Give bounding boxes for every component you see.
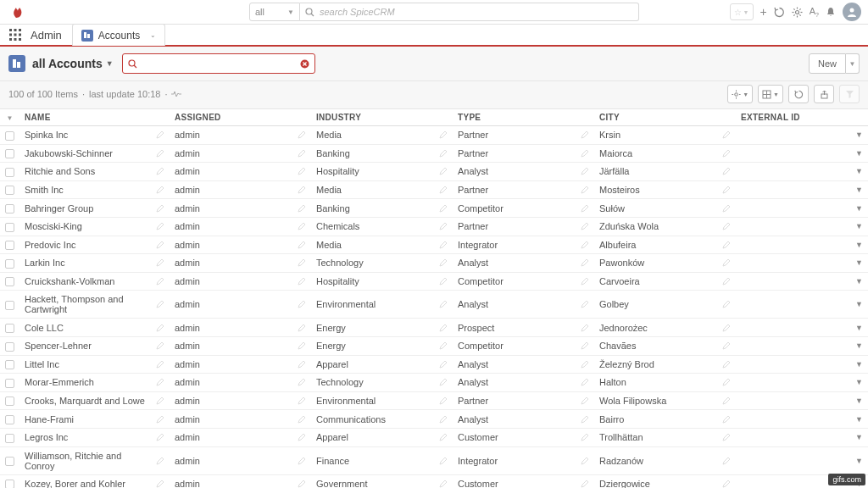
settings-button[interactable]: ▼: [727, 85, 753, 103]
row-menu-button[interactable]: ▼: [850, 144, 868, 163]
edit-icon[interactable]: [576, 144, 594, 163]
edit-icon[interactable]: [292, 272, 311, 291]
new-button-dropdown[interactable]: ▼: [846, 53, 860, 74]
edit-icon[interactable]: [292, 374, 311, 392]
row-menu-button[interactable]: ▼: [850, 180, 868, 199]
row-menu-button[interactable]: ▼: [850, 374, 868, 392]
cell-name[interactable]: Kozey, Borer and Kohler: [19, 474, 151, 488]
chevron-down-icon[interactable]: ▼: [6, 114, 14, 122]
row-checkbox[interactable]: [5, 241, 14, 250]
table-row[interactable]: Ritchie and SonsadminHospitalityAnalystJ…: [0, 163, 868, 181]
edit-icon[interactable]: [151, 144, 170, 163]
search-scope-select[interactable]: all ▼: [249, 3, 300, 21]
edit-icon[interactable]: [151, 272, 170, 291]
edit-icon[interactable]: [576, 163, 594, 181]
row-checkbox[interactable]: [5, 360, 14, 369]
edit-icon[interactable]: [151, 374, 170, 392]
edit-icon[interactable]: [717, 410, 736, 429]
reload-button[interactable]: [788, 85, 809, 103]
edit-icon[interactable]: [292, 428, 311, 446]
cell-name[interactable]: Morar-Emmerich: [19, 374, 151, 392]
row-checkbox[interactable]: [5, 396, 14, 406]
edit-icon[interactable]: [292, 336, 311, 355]
cell-name[interactable]: Cole LLC: [19, 319, 151, 337]
edit-icon[interactable]: [717, 336, 736, 355]
table-row[interactable]: Mosciski-KingadminChemicalsPartnerZduńsk…: [0, 217, 868, 236]
column-header-assigned[interactable]: ASSIGNED: [170, 109, 292, 126]
edit-icon[interactable]: [434, 126, 453, 145]
edit-icon[interactable]: [576, 236, 594, 254]
edit-icon[interactable]: [717, 217, 736, 236]
edit-icon[interactable]: [717, 291, 736, 319]
cell-name[interactable]: Spencer-Lehner: [19, 336, 151, 355]
edit-icon[interactable]: [151, 291, 170, 319]
list-search-input[interactable]: [142, 58, 300, 69]
row-menu-button[interactable]: ▼: [850, 126, 868, 145]
table-row[interactable]: Williamson, Ritchie and ConroyadminFinan…: [0, 446, 868, 474]
edit-icon[interactable]: [292, 319, 311, 337]
row-menu-button[interactable]: ▼: [850, 355, 868, 374]
display-button[interactable]: ▼: [758, 85, 783, 103]
row-menu-button[interactable]: ▼: [850, 428, 868, 446]
edit-icon[interactable]: [434, 319, 453, 337]
edit-icon[interactable]: [292, 126, 311, 145]
row-menu-button[interactable]: ▼: [850, 272, 868, 291]
row-checkbox[interactable]: [5, 204, 14, 214]
filter-button[interactable]: [839, 85, 860, 103]
edit-icon[interactable]: [434, 180, 453, 199]
cell-name[interactable]: Predovic Inc: [19, 236, 151, 254]
refresh-icon[interactable]: [774, 7, 785, 18]
edit-icon[interactable]: [151, 391, 170, 410]
add-icon[interactable]: +: [760, 5, 767, 19]
edit-icon[interactable]: [434, 254, 453, 273]
row-checkbox[interactable]: [5, 301, 14, 310]
row-checkbox[interactable]: [5, 342, 14, 352]
edit-icon[interactable]: [151, 126, 170, 145]
edit-icon[interactable]: [576, 410, 594, 429]
table-row[interactable]: Morar-EmmerichadminTechnologyAnalystHalt…: [0, 374, 868, 392]
edit-icon[interactable]: [434, 236, 453, 254]
edit-icon[interactable]: [434, 410, 453, 429]
export-button[interactable]: [814, 85, 834, 103]
row-menu-button[interactable]: ▼: [850, 410, 868, 429]
row-checkbox[interactable]: [5, 186, 14, 195]
row-menu-button[interactable]: ▼: [850, 291, 868, 319]
edit-icon[interactable]: [434, 355, 453, 374]
table-row[interactable]: Smith IncadminMediaPartnerMosteiros▼: [0, 180, 868, 199]
table-row[interactable]: Hackett, Thompson and CartwrightadminEnv…: [0, 291, 868, 319]
row-menu-button[interactable]: ▼: [850, 336, 868, 355]
clear-icon[interactable]: [300, 59, 309, 69]
edit-icon[interactable]: [717, 355, 736, 374]
edit-icon[interactable]: [576, 272, 594, 291]
table-row[interactable]: Crooks, Marquardt and LoweadminEnvironme…: [0, 391, 868, 410]
new-button[interactable]: New: [809, 53, 846, 74]
table-row[interactable]: Littel IncadminApparelAnalystŽelezný Bro…: [0, 355, 868, 374]
edit-icon[interactable]: [292, 217, 311, 236]
edit-icon[interactable]: [292, 254, 311, 273]
edit-icon[interactable]: [576, 254, 594, 273]
row-checkbox[interactable]: [5, 168, 14, 177]
row-checkbox[interactable]: [5, 223, 14, 232]
cell-name[interactable]: Williamson, Ritchie and Conroy: [19, 446, 151, 474]
edit-icon[interactable]: [717, 428, 736, 446]
edit-icon[interactable]: [292, 391, 311, 410]
edit-icon[interactable]: [434, 428, 453, 446]
row-checkbox[interactable]: [5, 434, 14, 443]
edit-icon[interactable]: [292, 144, 311, 163]
cell-name[interactable]: Crooks, Marquardt and Lowe: [19, 391, 151, 410]
edit-icon[interactable]: [576, 391, 594, 410]
user-avatar[interactable]: [843, 3, 861, 21]
table-row[interactable]: Cole LLCadminEnergyProspectJednorożec▼: [0, 319, 868, 337]
view-selector[interactable]: all Accounts ▼: [32, 57, 114, 70]
row-checkbox[interactable]: [5, 379, 14, 388]
cell-name[interactable]: Hackett, Thompson and Cartwright: [19, 291, 151, 319]
edit-icon[interactable]: [292, 410, 311, 429]
table-row[interactable]: Jakubowski-SchinneradminBankingPartnerMa…: [0, 144, 868, 163]
edit-icon[interactable]: [151, 163, 170, 181]
edit-icon[interactable]: [434, 291, 453, 319]
cell-name[interactable]: Spinka Inc: [19, 126, 151, 145]
edit-icon[interactable]: [717, 199, 736, 218]
row-checkbox[interactable]: [5, 324, 14, 333]
edit-icon[interactable]: [151, 217, 170, 236]
edit-icon[interactable]: [717, 374, 736, 392]
